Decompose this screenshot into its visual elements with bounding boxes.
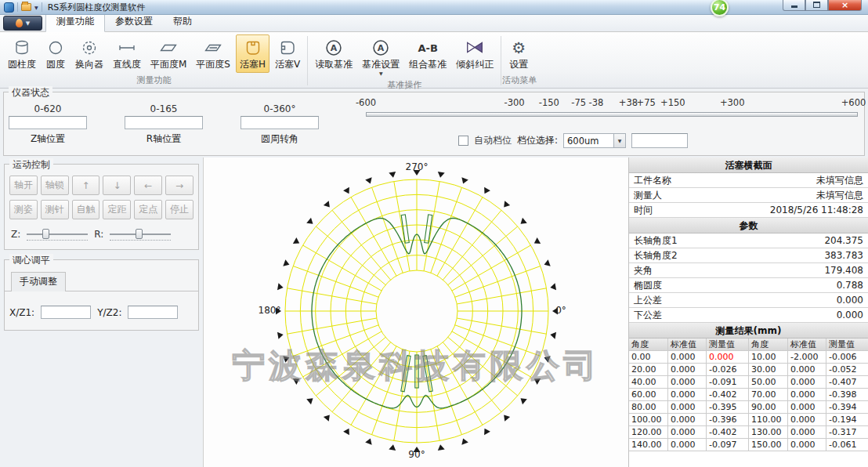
commutator-icon [81,38,98,58]
app-menu-button[interactable]: ▼ [3,16,42,31]
motion-button[interactable]: 定点 [134,200,162,219]
z-slider-track[interactable] [27,233,88,235]
line-icon [118,38,136,58]
maximize-button[interactable] [805,0,828,11]
z-axis-readout: 0-620 Z轴位置 [9,103,87,146]
window-controls: × [783,0,862,11]
ruler-tick-label: -600 [356,97,376,108]
piston-v-icon [279,38,296,58]
ribbon-button-settings[interactable]: ⚙ 设置 [505,34,533,73]
ribbon-button-read-datum[interactable]: A 读取基准 [311,34,356,78]
ribbon-button-commutator[interactable]: 换向器 [71,34,107,73]
results-cell: 90.00 [749,401,788,414]
z-slider[interactable] [25,227,89,241]
ribbon-group-label: 活动菜单 [502,74,537,89]
slider-row: Z: R: [11,227,192,241]
r-slider-ticks [110,240,171,241]
app-logo-icon[interactable] [4,2,14,13]
motion-button[interactable]: 停止 [165,200,193,219]
tick-marker [534,378,541,385]
r-axis-position-input[interactable] [125,116,203,129]
r-axis-range-label: 0-165 [150,103,178,114]
param-row: 上公差0.000 [629,293,868,308]
results-cell: 0.00 [629,351,668,364]
z-axis-position-input[interactable] [9,116,87,129]
section-title-results: 测量结果(mm) [629,323,868,338]
gear-extra-input[interactable] [631,133,688,148]
tick-marker [306,218,313,224]
motion-button[interactable]: → [165,176,193,195]
ruler-tick-label: -150 [539,97,559,108]
auto-gear-checkbox[interactable] [458,136,468,146]
tick-marker [324,415,330,422]
results-cell: 140.00 [629,439,668,451]
param-row-label: 上公差 [634,293,662,307]
z-slider-thumb[interactable] [42,229,49,239]
ribbon-button-tilt-correction[interactable]: 倾斜纠正 [452,34,497,78]
close-button[interactable]: × [828,0,862,11]
motion-button[interactable]: 测针 [41,200,69,219]
gear-select-value: 600um [564,136,613,147]
ribbon-button-straightness[interactable]: 直线度 [109,34,145,73]
xz1-input[interactable] [41,306,91,319]
tab-manual-adjust[interactable]: 手动调整 [11,272,66,291]
motion-button[interactable]: 自触 [72,200,100,219]
ribbon-button-roundness[interactable]: 圆度 [42,34,70,73]
chevron-down-icon[interactable]: ▼ [613,134,625,147]
quick-access-dropdown-icon[interactable]: ▼ [34,5,38,10]
results-cell: -0.052 [826,364,868,376]
ribbon-button-piston-v[interactable]: 活塞V [271,34,304,73]
info-row-value: 2018/5/26 11:48:28 [770,203,863,217]
results-cell: -0.194 [826,414,868,426]
section-title-parameters: 参数 [629,218,868,233]
tick-marker [389,172,396,178]
ribbon-group-datum: A 读取基准 A 基准设置 ▼ A-B 组合基准 倾斜纠正 基准操作 [309,34,500,88]
tick-marker [277,283,284,290]
minimize-button[interactable] [783,0,805,11]
ribbon-button-flatness-s[interactable]: 平面度S [192,34,234,73]
yz2-input[interactable] [128,306,178,319]
z-axis-name-label: Z轴位置 [31,132,65,146]
z-axis-range-label: 0-620 [34,103,62,114]
results-cell: 0.000 [668,351,707,364]
ribbon-button-datum-settings[interactable]: A 基准设置 ▼ [358,34,403,78]
ribbon-button-flatness-m[interactable]: 平面度M [146,34,190,73]
param-row-value: 0.000 [837,293,863,307]
motion-button[interactable]: 测姿 [9,200,38,219]
open-file-icon[interactable] [21,3,31,11]
main-area: 运动控制 轴开轴锁↑↓←→ 测姿测针自触定距定点停止 Z: R: 调心调平 [0,157,868,467]
param-row-value: 383.783 [824,248,863,262]
ribbon-button-combined-datum[interactable]: A-B 组合基准 [405,34,450,78]
ribbon-button-label: 基准设置 [362,58,400,71]
angle-label-top: 270° [406,161,429,172]
r-slider-thumb[interactable] [136,229,143,239]
results-cell: 10.00 [749,351,788,364]
ribbon-button-cylindricity[interactable]: 圆柱度 [4,34,40,73]
ribbon-group-active-menu: ⚙ 设置 活动菜单 [502,34,537,88]
dropdown-icon: ▼ [26,20,30,27]
window-title: RS系列圆柱度仪测量软件 [48,2,146,13]
leveling-tab-strip: 手动调整 [5,271,198,291]
results-cell: 110.00 [749,414,788,426]
svg-text:A: A [331,43,338,53]
r-slider[interactable] [108,227,172,241]
rotation-angle-input[interactable] [241,116,319,129]
motion-button[interactable]: 轴开 [9,176,38,195]
ribbon-button-piston-h[interactable]: 活塞H [236,34,269,73]
motion-button[interactable]: 定距 [103,200,131,219]
motion-button[interactable]: ↑ [72,176,100,195]
param-row-value: 179.408 [824,263,863,277]
results-cell: 60.00 [629,389,668,401]
security-score-badge[interactable]: 74 [711,0,729,16]
dropdown-icon[interactable]: ▼ [379,71,383,76]
tick-marker [504,415,510,422]
tab-parameter-settings[interactable]: 参数设置 [105,13,163,31]
tab-help[interactable]: 帮助 [163,13,202,31]
param-row: 长轴角度2383.783 [629,248,868,263]
motion-button[interactable]: ← [134,176,162,195]
motion-button[interactable]: ↓ [103,176,131,195]
gear-select-dropdown[interactable]: 600um ▼ [563,133,626,148]
results-header-cell: 角度 [749,338,788,351]
tilt-correction-icon [465,38,484,58]
motion-button[interactable]: 轴锁 [41,176,69,195]
